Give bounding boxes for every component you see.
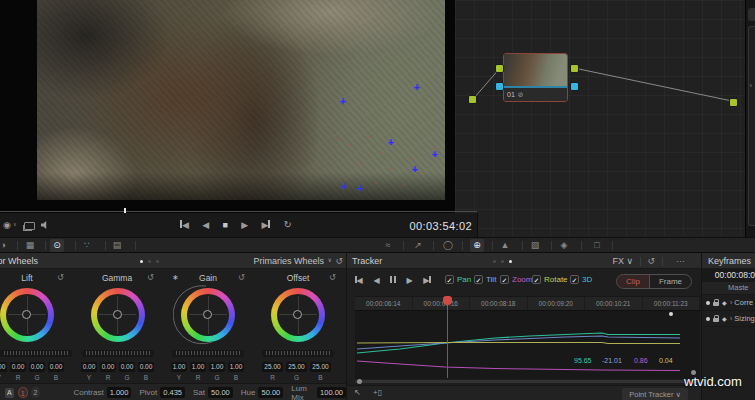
corrector-node-01[interactable]: 01 ⊘ xyxy=(503,53,568,102)
track-to-start-button[interactable]: ◀ xyxy=(355,276,363,286)
node-tree-output-port[interactable] xyxy=(729,98,738,107)
value-box[interactable]: 0.00 xyxy=(100,362,116,372)
value-box[interactable]: 25.00 xyxy=(262,362,283,372)
graph-keyframe-dot[interactable] xyxy=(669,312,673,316)
node-key-input-port[interactable] xyxy=(495,82,504,91)
tracker-hscrollbar[interactable] xyxy=(355,380,697,383)
track-backward-button[interactable]: ◀ xyxy=(373,276,379,286)
enable-dot-icon[interactable] xyxy=(706,301,710,305)
tracker-playhead-marker[interactable] xyxy=(443,296,452,305)
frame-toggle-button[interactable]: Frame xyxy=(650,275,691,288)
node-rgb-output-port[interactable] xyxy=(570,64,579,73)
key-palette-icon[interactable]: ◈ xyxy=(557,239,571,252)
step-back-button[interactable]: ◀ xyxy=(202,219,209,231)
tracker-palette-icon[interactable]: ⊕ xyxy=(470,239,484,252)
offset-wheel-handle[interactable] xyxy=(293,310,302,319)
lift-wheel-handle[interactable] xyxy=(22,310,31,319)
wipe-modes-icon[interactable] xyxy=(24,222,35,230)
value-box[interactable]: 0.00 xyxy=(81,362,97,372)
grade-gallery-icon[interactable]: ◉ xyxy=(3,219,11,231)
loop-playback-icon[interactable]: ↻ xyxy=(284,219,292,231)
tracker-timeline-ruler[interactable]: 00:00:06:14 00:00:07:16 00:00:08:18 00:0… xyxy=(355,296,700,311)
pause-tracking-button[interactable] xyxy=(390,276,395,286)
gamma-reset-icon[interactable]: ↺ xyxy=(147,273,154,282)
expand-chevron-icon[interactable]: › xyxy=(730,298,733,307)
tracking-point-icon[interactable]: + xyxy=(414,85,420,91)
node-editor[interactable]: 01 ⊘ xyxy=(455,0,745,237)
page-indicator-dots[interactable] xyxy=(493,260,512,263)
gain-reset-icon[interactable]: ↺ xyxy=(238,273,245,282)
tracking-point-icon[interactable]: + xyxy=(340,99,346,105)
value-box[interactable]: 1.00 xyxy=(228,362,244,372)
point-tracker-dropdown[interactable]: Point Tracker ∨ xyxy=(622,388,688,400)
play-button[interactable]: ▶ xyxy=(241,219,248,231)
keyframe-diamond-icon[interactable]: ◆ xyxy=(722,299,727,306)
fx-dropdown[interactable]: FX ∨ xyxy=(612,256,633,266)
rotate-checkbox[interactable]: ✓Rotate xyxy=(532,275,568,284)
chevron-down-icon[interactable]: ∨ xyxy=(749,82,753,88)
audio-mute-icon[interactable] xyxy=(41,221,49,229)
wheels-page-1-button[interactable]: 1 xyxy=(18,387,28,398)
expand-chevron-icon[interactable]: › xyxy=(730,314,733,323)
tracking-point-icon[interactable]: + xyxy=(412,167,418,173)
motion-effects-icon[interactable]: ▤ xyxy=(110,239,124,252)
skip-to-end-button[interactable]: ▶ xyxy=(261,219,270,231)
value-box[interactable]: 0.00 xyxy=(48,362,64,372)
chevron-down-icon[interactable]: ∨ xyxy=(13,221,17,227)
value-box[interactable]: 0.00 xyxy=(29,362,45,372)
chevron-down-icon[interactable]: ∨ xyxy=(328,256,332,263)
viewer-scrub-bar[interactable] xyxy=(0,211,477,212)
value-box[interactable]: 1.00 xyxy=(190,362,206,372)
qualifier-icon[interactable]: ↗ xyxy=(411,239,425,252)
auto-badge[interactable]: A xyxy=(5,388,14,398)
zoom-checkbox[interactable]: ✓Zoom xyxy=(500,275,532,284)
keyframe-diamond-icon[interactable]: ◆ xyxy=(722,315,727,322)
tracking-point-icon[interactable]: + xyxy=(388,140,394,146)
wheels-mode-dropdown[interactable]: Primaries Wheels xyxy=(253,256,324,266)
tracking-point-icon[interactable]: + xyxy=(341,184,347,190)
3d-checkbox[interactable]: ✓3D xyxy=(570,275,592,284)
gamma-wheel-handle[interactable] xyxy=(113,310,122,319)
add-delete-tracker-icon[interactable]: +▯ xyxy=(373,388,382,397)
clip-toggle-button[interactable]: Clip xyxy=(617,275,650,288)
lift-master-wheel[interactable] xyxy=(0,350,72,357)
offset-master-wheel[interactable] xyxy=(262,350,334,357)
color-match-icon[interactable]: ▦ xyxy=(23,239,37,252)
reset-all-icon[interactable]: ↺ xyxy=(335,256,343,266)
page-indicator-dots[interactable] xyxy=(140,260,159,263)
value-box[interactable]: 0.00 xyxy=(119,362,135,372)
tilt-checkbox[interactable]: ✓Tilt xyxy=(474,275,496,284)
value-box[interactable]: 0.00 xyxy=(138,362,154,372)
skip-to-start-button[interactable]: ◀ xyxy=(180,219,189,231)
rgb-mixer-icon[interactable]: ∵ xyxy=(80,239,94,252)
lift-reset-icon[interactable]: ↺ xyxy=(57,273,64,282)
pan-checkbox[interactable]: ✓Pan xyxy=(445,275,471,284)
sat-value[interactable]: 50.00 xyxy=(208,387,233,398)
lock-icon[interactable] xyxy=(713,318,719,322)
value-box[interactable]: 0.00 xyxy=(0,362,7,372)
pivot-value[interactable]: 0.435 xyxy=(160,387,185,398)
value-box[interactable]: 1.00 xyxy=(171,362,187,372)
curves-icon[interactable]: ≈ xyxy=(381,239,395,252)
stop-button[interactable]: ■ xyxy=(222,219,227,231)
node-rgb-input-port[interactable] xyxy=(495,64,504,73)
lock-icon[interactable] xyxy=(713,302,719,306)
track-to-end-button[interactable]: ▶ xyxy=(423,276,431,286)
power-windows-icon[interactable]: ◯ xyxy=(441,239,455,252)
sizing-palette-icon[interactable]: □ xyxy=(590,239,604,252)
gain-master-wheel[interactable] xyxy=(172,350,244,357)
hue-value[interactable]: 50.00 xyxy=(258,387,283,398)
viewer-image[interactable]: + + + + + + + xyxy=(37,0,445,200)
track-forward-button[interactable]: ▶ xyxy=(406,276,412,286)
contrast-value[interactable]: 1.000 xyxy=(107,387,132,398)
tracker-cursor-icon[interactable]: ↖ xyxy=(354,388,361,397)
color-warper-icon[interactable]: ▲ xyxy=(498,239,512,252)
lummix-value[interactable]: 100.00 xyxy=(317,387,346,398)
value-box[interactable]: 1.00 xyxy=(209,362,225,372)
tracking-point-icon[interactable]: + xyxy=(432,152,438,158)
value-box[interactable]: 0.00 xyxy=(10,362,26,372)
reset-icon[interactable]: ↺ xyxy=(647,256,655,266)
camera-raw-icon[interactable]: ◑ xyxy=(0,239,10,252)
node-key-output-port[interactable] xyxy=(570,82,579,91)
options-menu-icon[interactable]: ··· xyxy=(676,256,685,266)
